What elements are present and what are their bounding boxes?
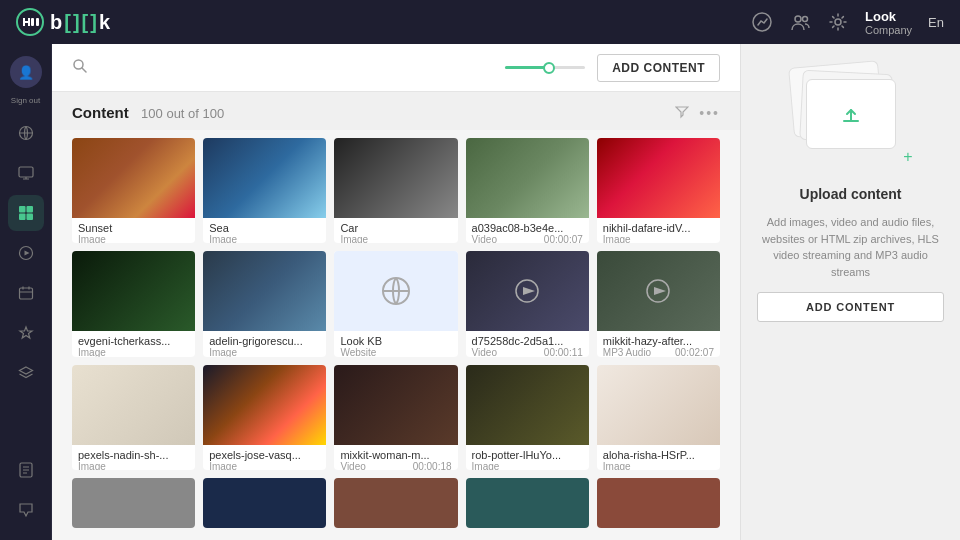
zoom-slider[interactable] [505, 66, 585, 69]
grid-item-type-2: Image [340, 234, 368, 243]
grid-item-13[interactable]: rob-potter-lHuYo...Image [466, 365, 589, 470]
svg-point-5 [803, 17, 808, 22]
upload-description: Add images, video and audio files, websi… [757, 214, 944, 280]
svg-rect-15 [19, 288, 32, 299]
sidebar-bottom [8, 452, 44, 528]
grid-item-thumb-13 [466, 365, 589, 445]
grid-item-duration-8: 00:00:11 [544, 347, 583, 356]
grid-item-14[interactable]: aloha-risha-HSrP...Image [597, 365, 720, 470]
svg-rect-8 [19, 167, 33, 177]
grid-item-thumb-7 [334, 251, 457, 331]
grid-item-type-3: Video [472, 234, 497, 243]
sidebar-item-globe[interactable] [8, 115, 44, 151]
grid-item-name-7: Look KB [340, 335, 451, 347]
sidebar-item-schedule[interactable] [8, 275, 44, 311]
grid-item-thumb-4 [597, 138, 720, 218]
analytics-icon[interactable] [751, 11, 773, 33]
add-content-button[interactable]: ADD CONTENT [597, 54, 720, 82]
grid-item-info-10: pexels-nadin-sh-...Image [72, 445, 195, 470]
grid-item-meta-0: Image [78, 234, 189, 243]
user-name: Look [865, 9, 912, 24]
content-header: Content 100 out of 100 ••• [52, 92, 740, 130]
upload-card-front [806, 79, 896, 149]
content-count: 100 out of 100 [141, 106, 224, 121]
grid-item-3[interactable]: a039ac08-b3e4e...Video00:00:07 [466, 138, 589, 243]
user-profile[interactable]: Look Company [865, 9, 912, 36]
grid-item-name-0: Sunset [78, 222, 189, 234]
grid-item-type-1: Image [209, 234, 237, 243]
logo-text: b[][]k [50, 11, 112, 34]
grid-item-type-13: Image [472, 461, 500, 470]
content-header-right: ••• [675, 105, 720, 122]
grid-item-7[interactable]: Look KBWebsite [334, 251, 457, 356]
grid-item-name-4: nikhil-dafare-idV... [603, 222, 714, 234]
grid-item-name-11: pexels-jose-vasq... [209, 449, 320, 461]
grid-item-8[interactable]: d75258dc-2d5a1...Video00:00:11 [466, 251, 589, 356]
upload-add-button[interactable]: ADD CONTENT [757, 292, 944, 322]
avatar[interactable]: 👤 [10, 56, 42, 88]
grid-item-bottom-0[interactable] [72, 478, 195, 528]
search-button[interactable] [72, 58, 88, 78]
grid-item-type-5: Image [78, 347, 106, 356]
grid-item-4[interactable]: nikhil-dafare-idV...Image [597, 138, 720, 243]
grid-item-2[interactable]: CarImage [334, 138, 457, 243]
grid-item-12[interactable]: mixkit-woman-m...Video00:00:18 [334, 365, 457, 470]
grid-item-thumb-0 [72, 138, 195, 218]
content-title-group: Content 100 out of 100 [72, 104, 224, 122]
grid-item-type-8: Video [472, 347, 497, 356]
grid-item-bottom-2[interactable] [334, 478, 457, 528]
grid-item-10[interactable]: pexels-nadin-sh-...Image [72, 365, 195, 470]
nav-right: Look Company En [751, 9, 944, 36]
sidebar-item-chat[interactable] [8, 492, 44, 528]
slider-track [505, 66, 585, 69]
svg-point-4 [795, 16, 801, 22]
logo: b[][]k [16, 8, 112, 36]
upload-icon [837, 100, 865, 128]
grid-item-type-10: Image [78, 461, 106, 470]
sidebar-item-content[interactable] [8, 195, 44, 231]
settings-icon[interactable] [827, 11, 849, 33]
grid-item-0[interactable]: SunsetImage [72, 138, 195, 243]
sidebar-item-display[interactable] [8, 155, 44, 191]
grid-item-thumb-12 [334, 365, 457, 445]
grid-container: SunsetImageSeaImageCarImagea039ac08-b3e4… [52, 130, 740, 540]
sidebar-item-playlist[interactable] [8, 235, 44, 271]
grid-item-bottom-thumb-3 [466, 478, 589, 528]
grid-item-info-13: rob-potter-lHuYo...Image [466, 445, 589, 470]
sidebar-item-page[interactable] [8, 452, 44, 488]
grid-item-bottom-3[interactable] [466, 478, 589, 528]
grid-item-bottom-1[interactable] [203, 478, 326, 528]
grid-item-type-7: Website [340, 347, 376, 356]
svg-point-6 [835, 19, 841, 25]
sidebar: 👤 Sign out [0, 44, 52, 540]
svg-rect-1 [31, 18, 34, 26]
users-icon[interactable] [789, 11, 811, 33]
grid-item-meta-14: Image [603, 461, 714, 470]
grid-item-name-9: mikkit-hazy-after... [603, 335, 714, 347]
sidebar-item-layers[interactable] [8, 355, 44, 391]
language-selector[interactable]: En [928, 15, 944, 30]
grid-item-1[interactable]: SeaImage [203, 138, 326, 243]
more-options-icon[interactable]: ••• [699, 105, 720, 121]
grid-item-type-0: Image [78, 234, 106, 243]
top-nav: b[][]k Look Company En [0, 0, 960, 44]
grid-item-thumb-5 [72, 251, 195, 331]
grid-item-meta-9: MP3 Audio00:02:07 [603, 347, 714, 356]
slider-thumb [543, 62, 555, 74]
grid-item-info-0: SunsetImage [72, 218, 195, 243]
svg-marker-14 [24, 251, 29, 256]
grid-item-meta-11: Image [209, 461, 320, 470]
sidebar-item-apps[interactable] [8, 315, 44, 351]
grid-item-name-6: adelin-grigorescu... [209, 335, 320, 347]
grid-item-11[interactable]: pexels-jose-vasq...Image [203, 365, 326, 470]
grid-item-duration-3: 00:00:07 [544, 234, 583, 243]
content-title: Content [72, 104, 129, 121]
filter-icon[interactable] [675, 105, 689, 122]
grid-item-info-9: mikkit-hazy-after...MP3 Audio00:02:07 [597, 331, 720, 356]
grid-item-9[interactable]: mikkit-hazy-after...MP3 Audio00:02:07 [597, 251, 720, 356]
grid-item-5[interactable]: evgeni-tcherkass...Image [72, 251, 195, 356]
sign-out-label: Sign out [11, 96, 40, 105]
grid-item-6[interactable]: adelin-grigorescu...Image [203, 251, 326, 356]
grid-item-bottom-4[interactable] [597, 478, 720, 528]
grid-item-bottom-thumb-1 [203, 478, 326, 528]
